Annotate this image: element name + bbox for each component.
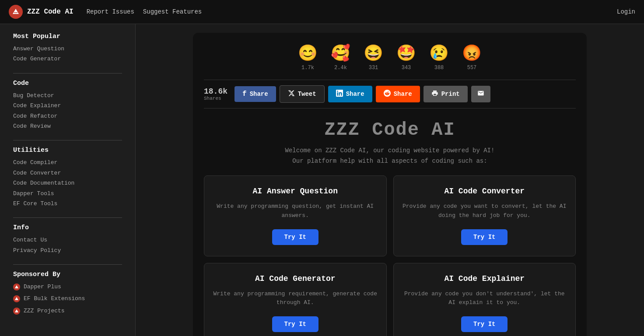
feature-desc-code-generator: Write any programming requirement, gener… [213, 290, 378, 308]
emoji-count-0: 1.7k [301, 65, 314, 71]
svg-marker-3 [15, 297, 18, 300]
linkedin-icon [336, 90, 343, 98]
header-nav: Report Issues Suggest Features [87, 8, 202, 15]
sidebar-item-ef-core-tools[interactable]: EF Core Tools [13, 199, 122, 209]
content-card: 😊 1.7k 🥰 2.4k 😆 331 🤩 343 😢 388 [193, 33, 587, 336]
emoji-count-1: 2.4k [334, 65, 347, 71]
facebook-icon: f [242, 90, 247, 98]
feature-grid: AI Answer Question Write any programming… [204, 175, 576, 336]
header: ZZZ Code AI Report Issues Suggest Featur… [0, 0, 644, 24]
sidebar-section-code: Code Bug Detector Code Explainer Code Re… [13, 80, 122, 132]
emoji-item-5[interactable]: 😡 557 [462, 44, 482, 71]
twitter-icon [288, 90, 295, 98]
emoji-row: 😊 1.7k 🥰 2.4k 😆 331 🤩 343 😢 388 [204, 44, 576, 71]
sidebar-section-utilities: Utilities Code Compiler Code Converter C… [13, 147, 122, 209]
feature-desc-code-explainer: Provide any code you don't understand', … [402, 290, 567, 308]
sidebar-item-dapper-tools[interactable]: Dapper Tools [13, 189, 122, 199]
emoji-item-1[interactable]: 🥰 2.4k [331, 44, 350, 71]
sidebar-item-code-converter[interactable]: Code Converter [13, 168, 122, 178]
share-bar: 18.6k Shares f Share Tweet [204, 80, 576, 108]
nav-suggest-features[interactable]: Suggest Features [143, 8, 202, 15]
divider-4 [13, 264, 122, 265]
sidebar-item-bug-detector[interactable]: Bug Detector [13, 91, 122, 101]
sidebar-section-title-info: Info [13, 224, 122, 231]
share-print-button[interactable]: Print [424, 86, 468, 102]
sidebar-section-info: Info Contact Us Privacy Policy [13, 224, 122, 256]
share-twitter-button[interactable]: Tweet [280, 85, 325, 103]
sidebar-item-code-review[interactable]: Code Review [13, 121, 122, 131]
main-subtitle: Welcome on ZZZ Code AI, our coding websi… [204, 147, 576, 154]
svg-marker-4 [15, 309, 18, 312]
sidebar-section-sponsored: Sponsored By Dapper Plus EF Bulk Extensi… [13, 271, 122, 316]
share-linkedin-button[interactable]: Share [328, 86, 372, 102]
emoji-item-0[interactable]: 😊 1.7k [298, 44, 318, 71]
divider-2 [13, 140, 122, 140]
share-count-number: 18.6k [204, 87, 228, 96]
feature-card-answer-question: AI Answer Question Write any programming… [204, 175, 387, 256]
emoji-glyph-5: 😡 [462, 44, 482, 63]
sponsor-icon-zzz [13, 308, 20, 315]
main-layout: Most Popular Answer Question Code Genera… [0, 24, 644, 336]
feature-title-answer-question: AI Answer Question [253, 187, 338, 196]
feature-card-code-generator: AI Code Generator Write any programming … [204, 263, 387, 336]
share-count-label: Shares [204, 96, 221, 101]
sidebar-item-answer-question[interactable]: Answer Question [13, 44, 122, 54]
sidebar: Most Popular Answer Question Code Genera… [0, 24, 136, 336]
sponsor-link-dapper[interactable]: Dapper Plus [24, 282, 61, 292]
sponsor-item-dapper: Dapper Plus [13, 282, 122, 292]
share-facebook-button[interactable]: f Share [234, 86, 276, 102]
sidebar-sponsored-title: Sponsored By [13, 271, 122, 278]
emoji-count-3: 343 [402, 65, 411, 71]
feature-title-code-explainer: AI Code Explainer [444, 274, 525, 283]
sponsor-link-ef[interactable]: EF Bulk Extensions [24, 294, 85, 304]
sidebar-section-title-code: Code [13, 80, 122, 87]
sponsor-icon-ef [13, 295, 20, 302]
share-reddit-button[interactable]: Share [376, 86, 420, 102]
try-button-answer-question[interactable]: Try It [272, 229, 318, 245]
sidebar-item-code-generator[interactable]: Code Generator [13, 54, 122, 64]
try-button-code-generator[interactable]: Try It [272, 316, 318, 332]
sidebar-item-code-compiler[interactable]: Code Compiler [13, 158, 122, 168]
print-icon [431, 90, 438, 98]
emoji-item-3[interactable]: 🤩 343 [396, 44, 416, 71]
divider-1 [13, 73, 122, 74]
nav-report-issues[interactable]: Report Issues [87, 8, 134, 15]
feature-card-code-explainer: AI Code Explainer Provide any code you d… [393, 263, 576, 336]
reddit-icon [384, 90, 391, 98]
sidebar-item-privacy-policy[interactable]: Privacy Policy [13, 245, 122, 256]
logo-icon [9, 5, 23, 19]
feature-desc-code-converter: Provide any code you want to convert, le… [402, 202, 567, 220]
sponsor-icon-dapper [13, 284, 20, 290]
sidebar-section-title-utilities: Utilities [13, 147, 122, 154]
sponsor-item-zzz: ZZZ Projects [13, 306, 122, 316]
header-title: ZZZ Code AI [27, 8, 74, 16]
emoji-item-4[interactable]: 😢 388 [429, 44, 449, 71]
sponsor-item-ef: EF Bulk Extensions [13, 294, 122, 304]
main-title: ZZZ Code AI [204, 119, 576, 140]
svg-marker-0 [13, 9, 19, 14]
share-twitter-label: Tweet [298, 91, 316, 98]
emoji-glyph-2: 😆 [364, 44, 383, 63]
sidebar-item-code-explainer[interactable]: Code Explainer [13, 101, 122, 111]
sidebar-item-code-documentation[interactable]: Code Documentation [13, 178, 122, 188]
try-button-code-converter[interactable]: Try It [461, 229, 508, 245]
sponsor-link-zzz[interactable]: ZZZ Projects [24, 306, 65, 316]
emoji-glyph-1: 🥰 [331, 44, 350, 63]
login-button[interactable]: Login [617, 8, 635, 15]
feature-title-code-converter: AI Code Converter [444, 187, 525, 196]
sidebar-section-title-most-popular: Most Popular [13, 33, 122, 40]
emoji-count-2: 331 [369, 65, 378, 71]
sidebar-item-contact-us[interactable]: Contact Us [13, 235, 122, 245]
share-email-button[interactable] [471, 86, 490, 102]
svg-marker-2 [15, 285, 18, 288]
share-print-label: Print [441, 91, 460, 98]
logo[interactable]: ZZZ Code AI [9, 5, 74, 19]
sidebar-section-most-popular: Most Popular Answer Question Code Genera… [13, 33, 122, 64]
try-button-code-explainer[interactable]: Try It [461, 316, 508, 332]
share-count: 18.6k Shares [204, 87, 228, 101]
main-content: 😊 1.7k 🥰 2.4k 😆 331 🤩 343 😢 388 [136, 24, 644, 336]
feature-title-code-generator: AI Code Generator [255, 274, 336, 283]
emoji-item-2[interactable]: 😆 331 [364, 44, 383, 71]
sidebar-item-code-refactor[interactable]: Code Refactor [13, 111, 122, 121]
feature-card-code-converter: AI Code Converter Provide any code you w… [393, 175, 576, 256]
